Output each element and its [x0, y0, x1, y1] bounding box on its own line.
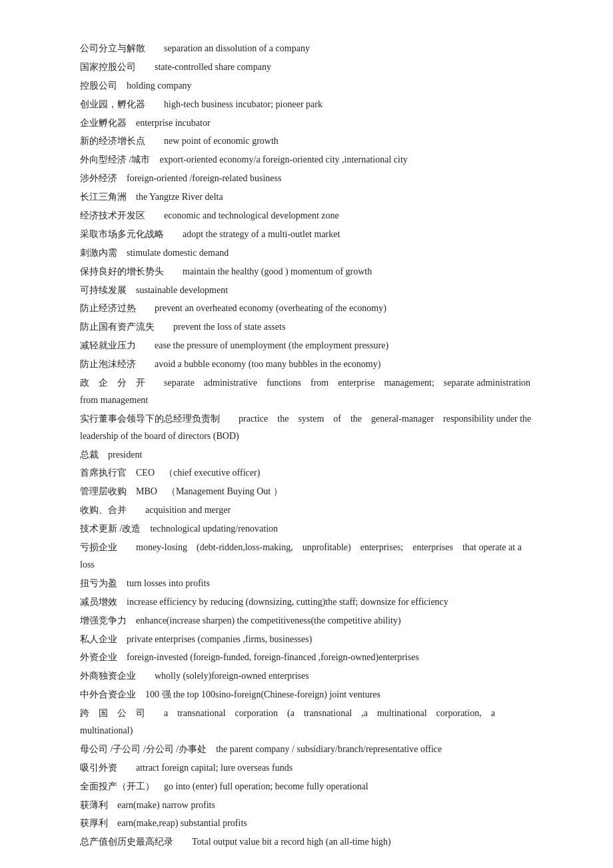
entry-text: 长江三角洲 the Yangtze River delta: [80, 192, 223, 202]
list-item: 采取市场多元化战略 adopt the strategy of a multi-…: [80, 226, 533, 243]
list-item: 获薄利 earn(make) narrow profits: [80, 797, 533, 814]
list-item: 政 企 分 开 separate administrative function…: [80, 374, 533, 409]
entry-text: 增强竞争力 enhance(increase sharpen) the comp…: [80, 616, 401, 626]
list-item: 外向型经济 /城市 export-oriented economy/a fore…: [80, 151, 533, 169]
entry-text: 管理层收购 MBO （Management Buying Out ）: [80, 486, 283, 496]
entry-text: 获薄利 earn(make) narrow profits: [80, 800, 215, 810]
entry-text: 可持续发展 sustainable development: [80, 285, 228, 295]
entry-text: 中外合资企业 100 强 the top 100sino-foreign(Chi…: [80, 689, 380, 699]
list-item: 跨 国 公 司 a transnational corporation (a t…: [80, 705, 533, 739]
list-item: 扭亏为盈 turn losses into profits: [80, 575, 533, 592]
entry-text: 保持良好的增长势头 maintain the healthy (good ) m…: [80, 266, 372, 276]
list-item: 防止国有资产流失 prevent the loss of state asset…: [80, 318, 533, 336]
list-item: 保持良好的增长势头 maintain the healthy (good ) m…: [80, 263, 533, 280]
list-item: 国家控股公司 state-controlled share company: [80, 59, 533, 76]
list-item: 实行董事会领导下的总经理负责制 practice the system of t…: [80, 410, 533, 445]
list-item: 管理层收购 MBO （Management Buying Out ）: [80, 483, 533, 500]
entry-text: 收购、合并 acquisition and merger: [80, 505, 231, 515]
entry-text: 技术更新 /改造 technological updating/renovati…: [80, 524, 278, 534]
entry-text: 政 企 分 开 separate administrative function…: [80, 378, 530, 405]
list-item: 新的经济增长点 new point of economic growth: [80, 133, 533, 150]
entry-text: 减员增效 increase efficiency by reducing (do…: [80, 597, 448, 607]
entry-text: 总裁 president: [80, 450, 142, 460]
list-item: 经济技术开发区 economic and technological devel…: [80, 207, 533, 224]
content-area: 公司分立与解散 separation an dissolution of a c…: [80, 40, 533, 851]
entry-text: 刺激内需 stimulate domestic demand: [80, 248, 229, 258]
entry-text: 控股公司 holding company: [80, 81, 192, 91]
entry-text: 私人企业 private enterprises (companies ,fir…: [80, 634, 312, 644]
entry-text: 外资企业 foreign-invested (foreign-funded, f…: [80, 652, 419, 662]
list-item: 公司分立与解散 separation an dissolution of a c…: [80, 40, 533, 57]
entry-text: 首席执行官 CEO （chief executive officer): [80, 468, 260, 478]
list-item: 减员增效 increase efficiency by reducing (do…: [80, 594, 533, 611]
list-item: 首席执行官 CEO （chief executive officer): [80, 464, 533, 482]
entry-text: 防止泡沫经济 avoid a bubble economy (too many …: [80, 359, 380, 369]
entry-text: 总产值创历史最高纪录 Total output value bit a reco…: [80, 837, 391, 847]
list-item: 减轻就业压力 ease the pressure of unemployment…: [80, 337, 533, 354]
list-item: 总产值创历史最高纪录 Total output value bit a reco…: [80, 833, 533, 851]
entry-text: 国家控股公司 state-controlled share company: [80, 62, 271, 72]
list-item: 私人企业 private enterprises (companies ,fir…: [80, 631, 533, 648]
list-item: 可持续发展 sustainable development: [80, 282, 533, 299]
list-item: 外资企业 foreign-invested (foreign-funded, f…: [80, 649, 533, 666]
list-item: 收购、合并 acquisition and merger: [80, 502, 533, 519]
entry-text: 扭亏为盈 turn losses into profits: [80, 578, 210, 588]
list-item: 防止经济过热 prevent an overheated economy (ov…: [80, 300, 533, 317]
entry-text: 采取市场多元化战略 adopt the strategy of a multi-…: [80, 229, 340, 239]
list-item: 防止泡沫经济 avoid a bubble economy (too many …: [80, 356, 533, 373]
list-item: 涉外经济 foreign-oriented /foreign-related b…: [80, 170, 533, 187]
list-item: 刺激内需 stimulate domestic demand: [80, 244, 533, 262]
entry-text: 母公司 /子公司 /分公司 /办事处 the parent company / …: [80, 744, 442, 754]
entry-text: 外商独资企业 wholly (solely)foreign-owned ente…: [80, 671, 309, 681]
entry-text: 公司分立与解散 separation an dissolution of a c…: [80, 43, 310, 53]
list-item: 获厚利 earn(make,reap) substantial profits: [80, 815, 533, 832]
entry-text: 全面投产（开工） go into (enter) full operation;…: [80, 781, 368, 791]
list-item: 增强竞争力 enhance(increase sharpen) the comp…: [80, 612, 533, 630]
list-item: 中外合资企业 100 强 the top 100sino-foreign(Chi…: [80, 686, 533, 703]
list-item: 技术更新 /改造 technological updating/renovati…: [80, 520, 533, 538]
list-item: 企业孵化器 enterprise incubator: [80, 115, 533, 132]
entry-text: 经济技术开发区 economic and technological devel…: [80, 211, 339, 220]
entry-text: 涉外经济 foreign-oriented /foreign-related b…: [80, 173, 281, 183]
list-item: 全面投产（开工） go into (enter) full operation;…: [80, 778, 533, 795]
list-item: 吸引外资 attract foreign capital; lure overs…: [80, 759, 533, 777]
entry-text: 防止经济过热 prevent an overheated economy (ov…: [80, 303, 386, 313]
entry-text: 新的经济增长点 new point of economic growth: [80, 136, 279, 146]
list-item: 母公司 /子公司 /分公司 /办事处 the parent company / …: [80, 741, 533, 758]
list-item: 长江三角洲 the Yangtze River delta: [80, 189, 533, 206]
entry-text: 企业孵化器 enterprise incubator: [80, 118, 211, 128]
entry-text: 防止国有资产流失 prevent the loss of state asset…: [80, 322, 285, 332]
entry-text: 获厚利 earn(make,reap) substantial profits: [80, 818, 247, 828]
entry-text: 减轻就业压力 ease the pressure of unemployment…: [80, 340, 388, 350]
entry-text: 实行董事会领导下的总经理负责制 practice the system of t…: [80, 414, 531, 441]
entry-text: 跨 国 公 司 a transnational corporation (a t…: [80, 708, 495, 735]
entry-text: 创业园，孵化器 high-tech business incubator; pi…: [80, 99, 322, 109]
list-item: 外商独资企业 wholly (solely)foreign-owned ente…: [80, 667, 533, 685]
list-item: 控股公司 holding company: [80, 77, 533, 95]
list-item: 创业园，孵化器 high-tech business incubator; pi…: [80, 96, 533, 113]
entry-text: 吸引外资 attract foreign capital; lure overs…: [80, 763, 293, 773]
list-item: 总裁 president: [80, 446, 533, 464]
list-item: 亏损企业 money-losing (debt-ridden,loss-maki…: [80, 539, 533, 574]
entry-text: 亏损企业 money-losing (debt-ridden,loss-maki…: [80, 542, 522, 570]
entry-text: 外向型经济 /城市 export-oriented economy/a fore…: [80, 155, 408, 165]
